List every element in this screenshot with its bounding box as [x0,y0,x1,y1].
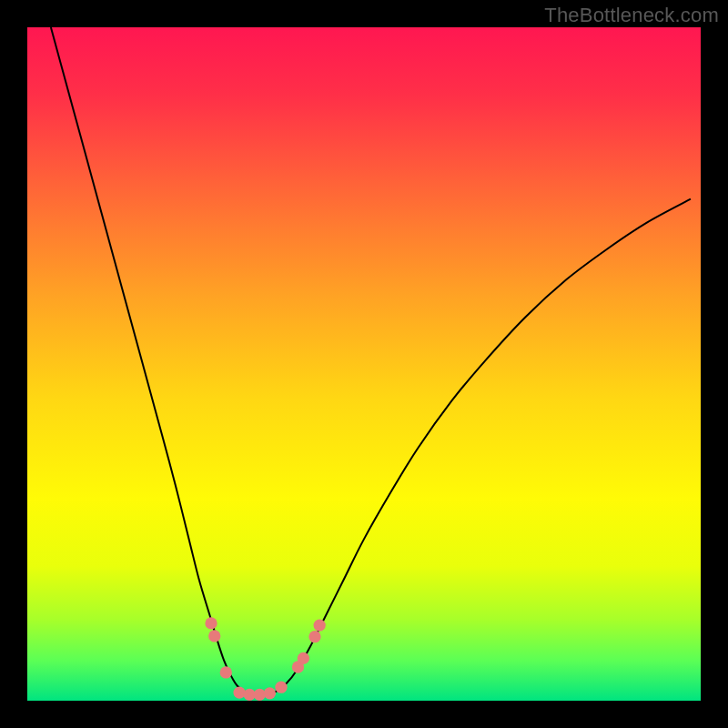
chart-frame: TheBottleneck.com [0,0,728,728]
curve-marker [220,666,232,678]
curve-marker [314,619,326,631]
bottleneck-chart [27,27,701,701]
curve-marker [308,631,320,642]
watermark-text: TheBottleneck.com [544,4,719,27]
curve-marker [275,682,287,693]
curve-marker [208,630,220,642]
curve-marker [298,652,309,664]
curve-marker [264,687,276,699]
gradient-background [27,27,701,701]
curve-marker [233,686,245,698]
plot-area [27,27,701,701]
curve-marker [205,617,217,629]
